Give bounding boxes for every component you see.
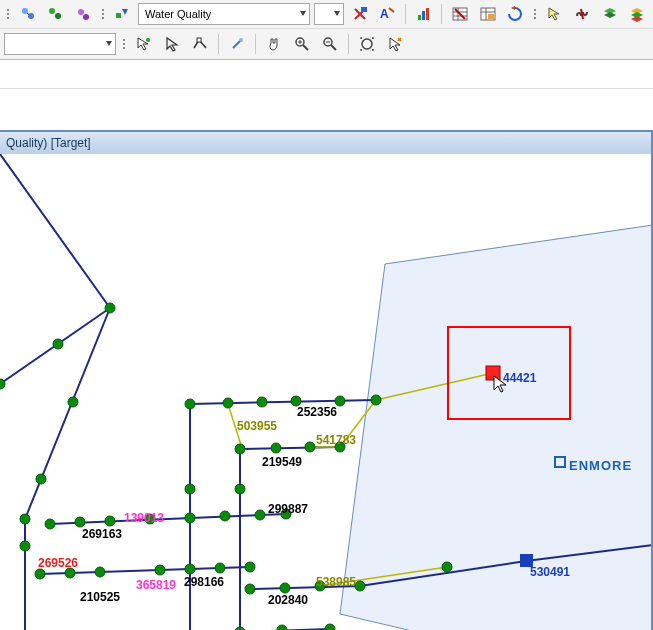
network-pipe[interactable]: [0, 154, 110, 308]
junction-node[interactable]: [305, 442, 315, 452]
element-symbology-button[interactable]: [111, 2, 135, 26]
junction-node[interactable]: [105, 303, 115, 313]
chevron-down-icon: [334, 11, 340, 16]
grip-icon: [102, 9, 104, 19]
chevron-down-icon: [106, 41, 112, 46]
junction-node[interactable]: [185, 564, 195, 574]
junction-node[interactable]: [53, 339, 63, 349]
node-id-label: 219549: [262, 455, 302, 469]
separator: [218, 34, 219, 54]
junction-node[interactable]: [245, 562, 255, 572]
svg-point-26: [362, 39, 372, 49]
flex-tables-button[interactable]: [448, 2, 472, 26]
zoom-in-button[interactable]: [290, 32, 314, 56]
junction-node[interactable]: [277, 625, 287, 630]
svg-point-5: [83, 14, 89, 20]
node-id-label: 298166: [184, 575, 224, 589]
annotation-button[interactable]: A: [376, 2, 400, 26]
junction-node[interactable]: [68, 397, 78, 407]
link-id-label: 538985: [316, 575, 356, 589]
pan-button[interactable]: [262, 32, 286, 56]
validate-button[interactable]: [348, 2, 372, 26]
scenario-manager-button[interactable]: [71, 2, 95, 26]
gis-app-window: Water Quality A: [0, 0, 653, 630]
node-id-label: 210525: [80, 590, 120, 604]
tank-node-id: 530491: [530, 565, 570, 579]
junction-node[interactable]: [235, 444, 245, 454]
junction-node[interactable]: [75, 517, 85, 527]
node-id-label: 202840: [268, 593, 308, 607]
junction-node[interactable]: [20, 541, 30, 551]
chevron-down-icon: [300, 11, 306, 16]
junction-node[interactable]: [155, 565, 165, 575]
junction-node[interactable]: [325, 624, 335, 630]
pointer-button[interactable]: [160, 32, 184, 56]
junction-node[interactable]: [20, 514, 30, 524]
svg-text:A: A: [380, 7, 389, 21]
junction-node[interactable]: [215, 563, 225, 573]
zoom-out-button[interactable]: [318, 32, 342, 56]
refresh-button[interactable]: [503, 2, 527, 26]
network-pipe[interactable]: [190, 400, 376, 404]
junction-node[interactable]: [185, 484, 195, 494]
wand-button[interactable]: [225, 32, 249, 56]
map-canvas[interactable]: ENMORE 252356 299887 269163 298166 21052…: [0, 154, 651, 630]
blank-strip: [0, 60, 653, 89]
theme-layers-button[interactable]: [625, 2, 649, 26]
junction-node[interactable]: [280, 583, 290, 593]
junction-node[interactable]: [245, 584, 255, 594]
empty-dropdown[interactable]: [4, 33, 116, 55]
svg-rect-14: [488, 14, 494, 19]
network-pipe[interactable]: [25, 308, 110, 519]
selected-node[interactable]: [486, 366, 500, 380]
toolbar-row-2: [0, 29, 653, 60]
separator: [255, 34, 256, 54]
junction-node[interactable]: [105, 516, 115, 526]
junction-node[interactable]: [355, 581, 365, 591]
svg-rect-16: [197, 38, 201, 42]
junction-node[interactable]: [255, 510, 265, 520]
select-elements-button[interactable]: [132, 32, 156, 56]
layer-stack-button[interactable]: [598, 2, 622, 26]
select-tool-button[interactable]: [543, 2, 567, 26]
scenario-extra-dropdown[interactable]: [314, 3, 344, 25]
separator: [441, 4, 442, 24]
spacer: [0, 89, 653, 129]
svg-rect-10: [422, 11, 425, 20]
junction-node[interactable]: [442, 562, 452, 572]
svg-point-18: [239, 38, 243, 42]
junction-node[interactable]: [235, 484, 245, 494]
grip-icon: [7, 9, 9, 19]
break-button[interactable]: [570, 2, 594, 26]
identify-button[interactable]: [383, 32, 407, 56]
warn-id-label: 269526: [38, 556, 78, 570]
graphs-button[interactable]: [412, 2, 436, 26]
junction-node[interactable]: [271, 443, 281, 453]
junction-node[interactable]: [185, 513, 195, 523]
svg-point-15: [146, 38, 150, 42]
hydrant-id-label: 139013: [124, 511, 164, 525]
edit-vertex-button[interactable]: [188, 32, 212, 56]
compute-button[interactable]: [44, 2, 68, 26]
hydrant-id-label: 365819: [136, 578, 176, 592]
junction-node[interactable]: [95, 567, 105, 577]
junction-node[interactable]: [36, 474, 46, 484]
junction-node[interactable]: [220, 511, 230, 521]
active-topology-button[interactable]: [16, 2, 40, 26]
map-document-window: Quality) [Target]: [0, 130, 653, 630]
junction-node[interactable]: [257, 397, 267, 407]
junction-node[interactable]: [45, 519, 55, 529]
link-id-label: 503955: [237, 419, 277, 433]
junction-node[interactable]: [35, 569, 45, 579]
svg-point-2: [49, 8, 55, 14]
profiles-button[interactable]: [476, 2, 500, 26]
junction-node[interactable]: [223, 398, 233, 408]
junction-node[interactable]: [371, 395, 381, 405]
junction-node[interactable]: [185, 399, 195, 409]
scenario-dropdown[interactable]: Water Quality: [138, 3, 310, 25]
toolbar-row-1: Water Quality A: [0, 0, 653, 29]
zoom-extents-button[interactable]: [355, 32, 379, 56]
svg-point-4: [78, 9, 84, 15]
svg-rect-6: [116, 13, 121, 18]
svg-rect-9: [418, 15, 421, 20]
